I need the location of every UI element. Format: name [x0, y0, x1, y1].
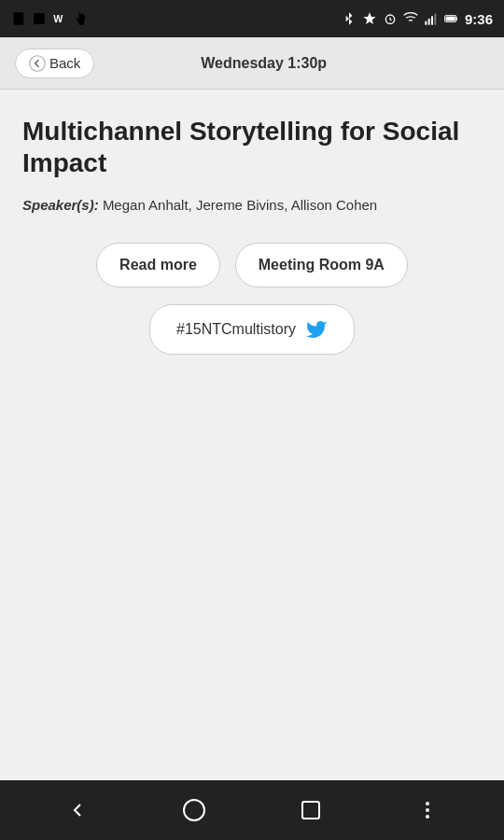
alarm-icon: [383, 11, 398, 26]
speakers-names: Megan Anhalt, Jereme Bivins, Allison Coh…: [103, 197, 377, 213]
hand-icon: [73, 11, 88, 26]
svg-point-2: [36, 16, 38, 18]
image-icon: [32, 11, 47, 26]
svg-rect-11: [434, 14, 436, 25]
dots-menu-icon: [416, 799, 439, 821]
meeting-room-label: Meeting Room 9A: [259, 257, 385, 273]
wifi-icon: [403, 11, 418, 26]
svg-rect-8: [425, 21, 427, 25]
back-arrow-icon: [29, 55, 46, 72]
nav-bar: Back Wednesday 1:30p: [0, 37, 504, 90]
svg-point-20: [426, 815, 429, 819]
signal-icon: [424, 11, 439, 26]
back-nav-button[interactable]: [55, 788, 100, 833]
twitter-icon: [305, 318, 328, 341]
svg-point-19: [426, 808, 429, 812]
back-label: Back: [49, 55, 80, 71]
svg-marker-4: [363, 12, 375, 24]
bottom-nav-bar: [0, 780, 504, 840]
session-title: Multichannel Storytelling for Social Imp…: [22, 116, 482, 178]
battery-icon: [444, 11, 459, 26]
svg-rect-17: [302, 802, 319, 819]
svg-rect-14: [446, 17, 455, 21]
svg-rect-9: [428, 19, 430, 25]
svg-text:W: W: [53, 13, 63, 24]
recents-nav-button[interactable]: [288, 788, 333, 833]
star-icon: [362, 11, 377, 26]
svg-rect-13: [456, 18, 457, 21]
nav-title: Wednesday 1:30p: [94, 55, 433, 72]
menu-nav-button[interactable]: [405, 788, 450, 833]
status-time: 9:36: [465, 11, 493, 27]
home-nav-button[interactable]: [172, 788, 217, 833]
svg-point-16: [184, 800, 204, 820]
speakers-label: Speaker(s):: [22, 197, 99, 213]
recents-square-icon: [300, 799, 322, 821]
main-content: Multichannel Storytelling for Social Imp…: [0, 90, 504, 373]
status-icons-left: W: [11, 11, 88, 26]
svg-point-15: [30, 55, 46, 71]
bluetooth-icon: [342, 11, 357, 26]
status-bar: W 9:36: [0, 0, 504, 37]
read-more-button[interactable]: Read more: [96, 243, 220, 287]
back-nav-icon: [66, 799, 89, 821]
phone-icon: [11, 11, 26, 26]
svg-point-18: [426, 802, 429, 805]
twitter-row: #15NTCmultistory: [22, 304, 482, 355]
w-icon: W: [52, 11, 67, 26]
back-button[interactable]: Back: [15, 49, 94, 78]
svg-rect-10: [431, 16, 433, 24]
twitter-hashtag-button[interactable]: #15NTCmultistory: [149, 304, 355, 355]
speakers-text: Speaker(s): Megan Anhalt, Jereme Bivins,…: [22, 195, 482, 217]
action-buttons-row: Read more Meeting Room 9A: [22, 243, 482, 287]
svg-rect-0: [14, 12, 24, 24]
home-circle-icon: [183, 799, 205, 821]
status-icons-right: 9:36: [342, 11, 493, 27]
meeting-room-button[interactable]: Meeting Room 9A: [235, 243, 408, 287]
twitter-hashtag-label: #15NTCmultistory: [176, 321, 296, 338]
read-more-label: Read more: [119, 257, 197, 273]
svg-line-7: [390, 20, 391, 21]
